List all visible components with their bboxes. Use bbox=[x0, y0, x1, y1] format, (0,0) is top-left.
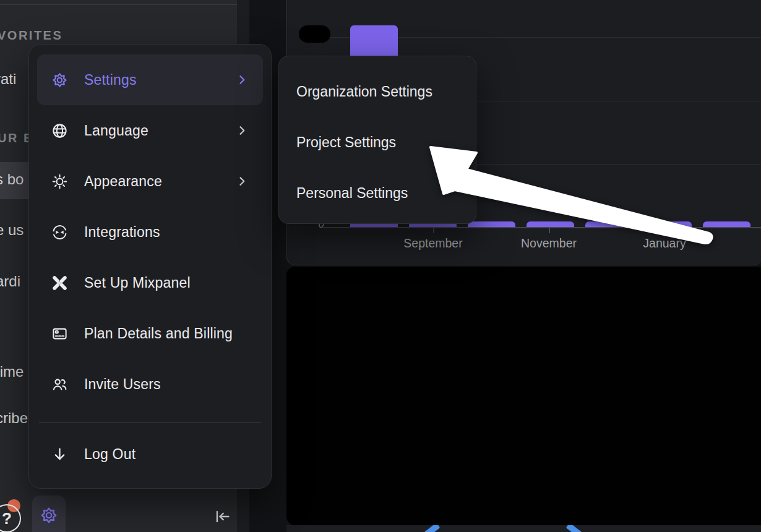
x-axis-line bbox=[322, 227, 761, 228]
lower-report-panel bbox=[286, 267, 761, 525]
blue-line-peek bbox=[566, 525, 583, 532]
chart-bar bbox=[703, 221, 750, 227]
collapse-sidebar-button[interactable] bbox=[211, 507, 233, 526]
sidebar-item[interactable]: rati bbox=[0, 71, 16, 88]
x-axis-tick bbox=[664, 228, 666, 233]
x-axis-tick bbox=[433, 228, 434, 233]
menu-item-plan-details-billing[interactable]: Plan Details and Billing bbox=[37, 308, 263, 359]
chart-bar bbox=[527, 221, 574, 227]
x-axis-tick bbox=[549, 228, 550, 233]
credit-card-icon bbox=[51, 325, 68, 342]
mixpanel-logo-icon bbox=[51, 274, 68, 291]
collapse-sidebar-icon bbox=[213, 508, 231, 525]
sidebar-item[interactable]: time bbox=[0, 363, 24, 380]
x-axis-label-september: September bbox=[377, 236, 489, 251]
arrow-down-icon bbox=[51, 445, 68, 463]
settings-gear-button[interactable] bbox=[32, 496, 66, 532]
menu-item-integrations[interactable]: Integrations bbox=[37, 207, 263, 257]
chevron-right-icon bbox=[236, 74, 248, 86]
users-icon bbox=[51, 375, 68, 393]
menu-item-label: Appearance bbox=[84, 173, 162, 190]
menu-item-label: Plan Details and Billing bbox=[84, 325, 233, 342]
sidebar-divider bbox=[0, 4, 237, 5]
menu-item-label: Log Out bbox=[84, 446, 135, 463]
panel-gap-strip bbox=[286, 525, 761, 532]
menu-item-log-out[interactable]: Log Out bbox=[37, 435, 263, 473]
menu-item-label: Set Up Mixpanel bbox=[84, 275, 191, 291]
sidebar-item[interactable]: ardi bbox=[0, 273, 20, 290]
app-window: 0 September November January VORITES rat… bbox=[0, 0, 761, 532]
question-mark-icon: ? bbox=[2, 509, 12, 528]
menu-item-label: Integrations bbox=[84, 224, 160, 241]
favorites-section-header: VORITES bbox=[0, 28, 62, 43]
chevron-right-icon bbox=[236, 124, 248, 137]
gear-icon bbox=[51, 71, 68, 88]
x-axis-label-january: January bbox=[609, 236, 720, 251]
menu-item-label: Invite Users bbox=[84, 376, 161, 393]
settings-submenu: Organization Settings Project Settings P… bbox=[278, 56, 476, 224]
sidebar-item[interactable]: e us bbox=[0, 221, 24, 239]
menu-item-invite-users[interactable]: Invite Users bbox=[37, 359, 263, 410]
x-axis-label-november: November bbox=[493, 236, 604, 251]
globe-icon bbox=[51, 122, 68, 139]
chevron-right-icon bbox=[236, 175, 248, 187]
sidebar-item-label[interactable]: s bo bbox=[0, 171, 24, 188]
chart-bar bbox=[585, 221, 633, 227]
chart-bar bbox=[644, 221, 692, 227]
menu-item-language[interactable]: Language bbox=[37, 105, 263, 156]
menu-divider bbox=[39, 422, 261, 423]
submenu-item-personal-settings[interactable]: Personal Settings bbox=[296, 184, 408, 202]
menu-item-set-up-mixpanel[interactable]: Set Up Mixpanel bbox=[37, 257, 263, 308]
submenu-item-organization-settings[interactable]: Organization Settings bbox=[296, 82, 432, 101]
sun-icon bbox=[51, 173, 68, 190]
blue-line-peek bbox=[424, 525, 441, 532]
menu-item-settings[interactable]: Settings bbox=[37, 54, 263, 105]
chart-bar bbox=[468, 221, 515, 227]
gear-icon bbox=[40, 506, 58, 525]
menu-item-appearance[interactable]: Appearance bbox=[37, 156, 263, 207]
submenu-item-project-settings[interactable]: Project Settings bbox=[296, 133, 396, 152]
sidebar-item[interactable]: cribe bbox=[0, 410, 28, 427]
sync-arrows-icon bbox=[51, 223, 68, 241]
account-settings-menu: Settings Language bbox=[28, 44, 272, 489]
menu-item-label: Language bbox=[84, 122, 148, 139]
menu-item-label: Settings bbox=[84, 72, 137, 88]
chart-bar-highlighted bbox=[299, 25, 330, 43]
